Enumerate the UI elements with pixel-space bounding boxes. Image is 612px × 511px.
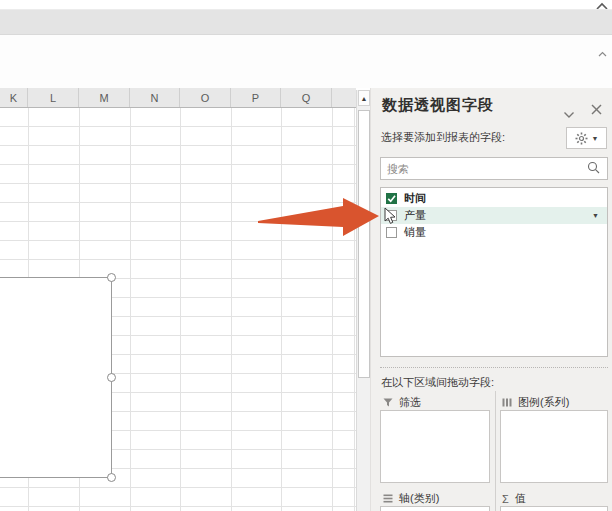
columns-icon: [502, 398, 512, 407]
column-header-l[interactable]: L: [28, 88, 79, 107]
area-label-text: 筛选: [399, 395, 421, 410]
field-dropdown-icon[interactable]: ▼: [592, 212, 599, 219]
column-header-p[interactable]: P: [231, 88, 281, 107]
legend-drop-zone[interactable]: [500, 410, 608, 483]
scrollbar-thumb[interactable]: [358, 110, 370, 378]
excel-window: K L M N O P Q ▲: [0, 0, 612, 511]
ribbon-collapsed-strip: [0, 9, 612, 35]
areas-column-divider: [495, 391, 496, 511]
mouse-cursor-icon: [384, 207, 397, 229]
pane-divider: [380, 367, 608, 368]
area-label-text: 值: [515, 491, 526, 506]
search-input[interactable]: [381, 163, 587, 175]
tools-button[interactable]: ▼: [566, 127, 607, 149]
area-label-text: 图例(系列): [518, 395, 569, 410]
gear-icon: [575, 132, 588, 145]
column-header-partial[interactable]: [332, 88, 356, 107]
filter-icon: [383, 398, 393, 407]
filters-area-label: 筛选: [383, 395, 421, 410]
checkbox-checked-icon[interactable]: [386, 193, 397, 204]
column-header-k[interactable]: K: [0, 88, 28, 107]
grid-line: [281, 108, 282, 511]
axis-area-label: 轴(类别): [383, 491, 439, 506]
rows-icon: [383, 494, 393, 503]
grid-line: [130, 108, 131, 511]
column-header-row: K L M N O P Q: [0, 88, 356, 108]
field-row-output[interactable]: 产量 ▼: [381, 207, 607, 224]
grid-line: [231, 108, 232, 511]
column-header-n[interactable]: N: [130, 88, 180, 107]
tools-caret-icon: ▼: [592, 135, 599, 142]
field-search-box[interactable]: [380, 157, 608, 180]
field-list: 时间 产量 ▼ 销量: [380, 187, 608, 357]
column-header-o[interactable]: O: [180, 88, 231, 107]
drop-areas-section: 筛选 图例(系列) 轴(类别) Σ 值: [371, 391, 612, 511]
drag-areas-label: 在以下区域间拖动字段:: [381, 375, 494, 390]
annotation-arrow: [246, 192, 386, 242]
scroll-up-button[interactable]: ▲: [358, 90, 370, 106]
grid-line: [332, 108, 333, 511]
values-area-label: Σ 值: [502, 491, 526, 506]
resize-handle-top-right[interactable]: [107, 273, 116, 282]
formula-bar-area: [0, 35, 612, 88]
field-label: 时间: [404, 191, 426, 206]
area-label-text: 轴(类别): [399, 491, 439, 506]
pivotchart-fields-pane: 数据透视图字段 选择要添加到报表的字段: ▼: [370, 88, 612, 511]
field-row-sales[interactable]: 销量: [381, 224, 607, 241]
title-bar-strip: [0, 0, 612, 9]
column-header-m[interactable]: M: [79, 88, 130, 107]
pane-title: 数据透视图字段: [382, 96, 494, 115]
resize-handle-middle-right[interactable]: [107, 373, 116, 382]
vertical-scrollbar[interactable]: ▲: [356, 90, 370, 511]
column-header-q[interactable]: Q: [281, 88, 332, 107]
field-label: 产量: [404, 208, 426, 223]
field-row-time[interactable]: 时间: [381, 190, 607, 207]
grid-line: [354, 108, 355, 511]
legend-area-label: 图例(系列): [502, 395, 569, 410]
axis-drop-zone[interactable]: [380, 506, 490, 511]
search-icon: [587, 160, 600, 178]
expand-formula-bar-icon[interactable]: [598, 44, 607, 62]
values-drop-zone[interactable]: [500, 506, 608, 511]
choose-fields-label: 选择要添加到报表的字段:: [381, 130, 505, 145]
resize-handle-bottom-right[interactable]: [107, 473, 116, 482]
pivotchart-placeholder[interactable]: [0, 277, 112, 478]
filters-drop-zone[interactable]: [380, 410, 490, 483]
field-label: 销量: [404, 225, 426, 240]
scroll-up-icon: ▲: [361, 95, 368, 102]
sigma-icon: Σ: [502, 493, 509, 505]
grid-line: [180, 108, 181, 511]
pane-close-icon[interactable]: [591, 101, 602, 119]
pane-options-chevron-icon[interactable]: [563, 105, 575, 123]
